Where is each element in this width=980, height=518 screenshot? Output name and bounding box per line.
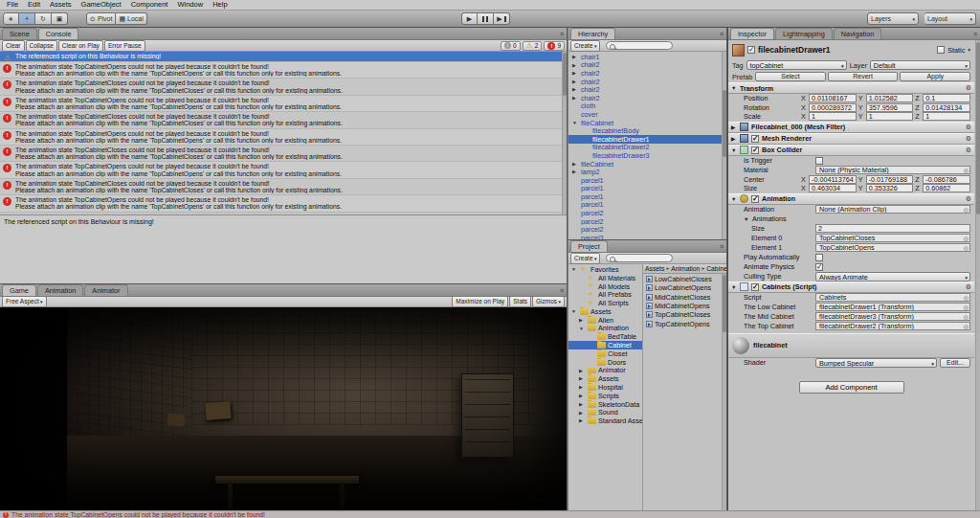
gear-icon[interactable]: ⚙ [966,135,971,143]
foldout-arrow-icon[interactable]: ▼ [731,85,737,91]
foldout-arrow-icon[interactable]: ▼ [744,216,749,222]
panel-menu-icon[interactable]: ≡ [720,243,724,250]
project-tree-item[interactable]: Standard Assets [568,417,642,425]
object-reference-field[interactable]: filecabinetDrawer1 (Transform) [815,303,970,311]
project-tree-item[interactable]: SkeletonData [568,400,642,409]
foldout-arrow-icon[interactable]: ▼ [731,196,737,202]
hierarchy-item[interactable]: cover [568,110,722,119]
y-field[interactable]: 1 [866,112,914,121]
foldout-arrow-icon[interactable] [579,317,583,324]
foldout-arrow-icon[interactable] [572,161,576,168]
x-field[interactable]: 0.000289372 [809,103,857,112]
hierarchy-item[interactable]: parcel1 [568,201,722,210]
static-dropdown-icon[interactable]: ▾ [968,47,970,53]
game-viewport[interactable] [0,307,567,510]
animate-physics-checkbox[interactable] [815,263,823,271]
project-asset[interactable]: LowCabinetCloses [643,275,722,283]
foldout-arrow-icon[interactable] [572,120,577,126]
animation-element-field[interactable]: TopCabinetOpens [815,243,970,252]
z-field[interactable]: 0.1 [923,94,970,102]
hand-tool-button[interactable]: ∗ [3,12,19,25]
y-field[interactable]: 1.012582 [866,94,914,102]
panel-tab[interactable]: Lightmapping [775,28,833,39]
tag-dropdown[interactable]: topCabinet [746,60,847,70]
hierarchy-item[interactable]: chair2 [568,85,722,94]
x-field[interactable]: 0.01108167 [809,94,857,102]
foldout-arrow-icon[interactable] [572,79,576,85]
create-button[interactable]: Create [570,253,600,264]
layout-dropdown[interactable]: Layout [924,12,976,25]
add-component-button[interactable]: Add Component [799,381,904,394]
foldout-arrow-icon[interactable] [579,401,583,408]
script-component-header[interactable]: ▼ Cabinets (Script) ⚙ [728,282,974,293]
search-input[interactable] [606,41,673,50]
panel-menu-icon[interactable]: ≡ [720,31,724,37]
game-toolbar-button[interactable]: Gizmos [532,296,565,307]
console-log-entry[interactable]: The animation state TopCabinetOpens coul… [0,195,562,212]
panel-tab[interactable]: Animation [37,284,83,296]
aspect-dropdown[interactable]: Free Aspect [2,296,47,307]
game-toolbar-button[interactable]: Stats [509,296,531,307]
hierarchy-item[interactable]: parcel1 [568,192,722,201]
foldout-arrow-icon[interactable] [572,62,576,69]
breadcrumb-item[interactable]: Cabinet [706,264,726,273]
scrollbar-thumb[interactable] [976,42,980,214]
step-button[interactable]: ▶ [494,12,510,25]
play-button[interactable]: ▶ [461,12,478,25]
console-log-entry[interactable]: The animation state TopCabinetCloses cou… [0,179,562,195]
pause-button[interactable] [478,12,494,25]
shader-edit-button[interactable]: Edit... [940,358,970,368]
breadcrumb-item[interactable]: Animation [671,264,700,273]
project-asset[interactable]: MidCabinetCloses [643,293,722,302]
console-scrollbar[interactable] [562,52,567,214]
console-detail-pane[interactable]: The referenced script on this Behaviour … [0,214,567,283]
hierarchy-item[interactable]: chair2 [568,78,722,86]
gear-icon[interactable]: ⚙ [966,84,971,92]
status-bar[interactable]: The animation state TopCabinetOpens coul… [0,510,980,518]
prefab-button[interactable]: Apply [900,72,970,81]
animation-component-header[interactable]: ▼ Animation ⚙ [728,193,974,205]
hierarchy-item[interactable]: chair2 [568,69,722,78]
local-toggle-button[interactable]: ▦Local [116,12,146,25]
panel-menu-icon[interactable]: ≡ [560,287,564,294]
menu-item[interactable]: Assets [45,0,77,10]
hierarchy-item[interactable]: filecabinetDrawer3 [568,151,722,160]
foldout-arrow-icon[interactable]: ▼ [731,284,737,290]
component-enabled-checkbox[interactable] [751,146,759,154]
warning-count-badge[interactable]: ⚠2 [523,41,543,51]
panel-tab[interactable]: Inspector [730,28,774,39]
z-field[interactable]: 0.01428134 [923,103,970,112]
project-tree-item[interactable]: Sound [568,409,642,417]
hierarchy-item[interactable]: parcel2 [568,209,722,217]
project-tree-item[interactable]: Favorites [568,265,642,274]
hierarchy-item[interactable]: filecabinetDrawer1 [568,135,722,144]
foldout-arrow-icon[interactable] [572,95,576,101]
foldout-arrow-icon[interactable] [579,393,583,399]
foldout-arrow-icon[interactable] [572,86,576,93]
object-reference-field[interactable]: filecabinetDrawer2 (Transform) [815,322,970,330]
foldout-arrow-icon[interactable] [579,368,583,374]
foldout-arrow-icon[interactable]: ▶ [731,136,737,142]
is-trigger-checkbox[interactable] [815,157,823,165]
project-tree-item[interactable]: Animation [568,325,642,333]
panel-menu-icon[interactable]: ≡ [560,31,564,37]
prefab-button[interactable]: Revert [828,72,899,81]
console-log-entry[interactable]: The animation state TopCabinetCloses cou… [0,146,562,162]
project-tree-item[interactable]: Cabinet [568,341,642,349]
console-toolbar-button[interactable]: Clear on Play [58,40,103,52]
console-log-entry[interactable]: The animation state TopCabinetCloses cou… [0,112,562,128]
project-asset[interactable]: TopCabinetCloses [643,310,722,319]
foldout-arrow-icon[interactable] [579,375,583,382]
z-field[interactable]: 1 [923,112,970,121]
project-tree-item[interactable]: Hospital [568,383,642,392]
panel-tab[interactable]: Hierarchy [570,28,615,39]
menu-item[interactable]: File [2,0,23,10]
shader-dropdown[interactable]: Bumped Specular [815,358,937,368]
object-reference-field[interactable]: Cabinets [815,293,970,302]
foldout-arrow-icon[interactable] [579,410,583,417]
foldout-arrow-icon[interactable] [571,266,576,273]
panel-menu-icon[interactable]: ≡ [973,31,977,37]
move-tool-button[interactable]: + [19,12,35,25]
console-log-entry[interactable]: The animation state TopCabinetOpens coul… [0,129,562,146]
project-asset[interactable]: MidCabinetOpens [643,302,722,310]
